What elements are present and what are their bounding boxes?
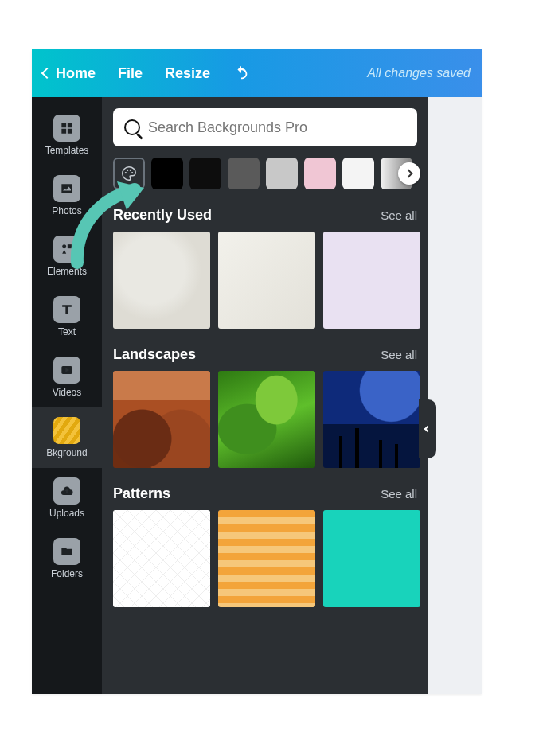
color-swatch-1[interactable] [151, 158, 183, 189]
sidebar-label: Photos [52, 205, 81, 216]
home-button[interactable]: Home [43, 65, 96, 82]
sidebar-item-text[interactable]: Text [32, 286, 102, 347]
sidebar-item-photos[interactable]: Photos [32, 166, 102, 226]
svg-point-6 [130, 170, 131, 171]
color-picker-button[interactable] [113, 158, 145, 189]
canvas-area[interactable] [428, 97, 482, 694]
section-head: Landscapes See all [113, 346, 417, 363]
section-head: Recently Used See all [113, 207, 417, 224]
thumb-row [113, 510, 417, 607]
sidebar-label: Folders [51, 568, 83, 579]
svg-rect-2 [68, 244, 72, 248]
videos-icon [53, 357, 80, 384]
thumb-pattern-2[interactable] [218, 510, 315, 607]
undo-icon [232, 64, 250, 83]
section-head: Patterns See all [113, 485, 417, 502]
topbar: Home File Resize All changes saved [32, 49, 482, 97]
sidebar-item-background[interactable]: Bkground [32, 407, 102, 468]
svg-point-0 [64, 185, 66, 188]
uploads-icon [53, 477, 80, 505]
panel-collapse-handle[interactable] [419, 399, 436, 458]
sidebar-item-folders[interactable]: Folders [32, 528, 102, 589]
color-swatch-row [113, 158, 417, 189]
sidebar-label: Templates [45, 145, 89, 156]
background-panel: Recently Used See all Landscapes See all [102, 97, 428, 694]
sidebar-label: Text [58, 326, 76, 337]
sidebar-item-videos[interactable]: Videos [32, 347, 102, 407]
chevron-left-icon [424, 426, 431, 432]
resize-menu[interactable]: Resize [165, 65, 210, 82]
sidebar: Templates Photos Elements Text [32, 97, 102, 694]
sidebar-item-elements[interactable]: Elements [32, 226, 102, 286]
svg-point-1 [62, 244, 66, 248]
color-swatch-5[interactable] [304, 158, 336, 189]
section-landscapes: Landscapes See all [113, 346, 417, 468]
elements-icon [53, 236, 80, 263]
see-all-landscapes[interactable]: See all [381, 348, 417, 361]
section-recently-used: Recently Used See all [113, 207, 417, 329]
undo-button[interactable] [232, 64, 250, 82]
app-window: Home File Resize All changes saved Templ… [32, 49, 482, 694]
sidebar-label: Videos [53, 387, 81, 398]
templates-icon [53, 115, 80, 142]
palette-icon [120, 165, 138, 182]
color-swatch-3[interactable] [228, 158, 260, 189]
search-bar[interactable] [113, 108, 417, 146]
sidebar-item-templates[interactable]: Templates [32, 105, 102, 166]
thumb-landscape-1[interactable] [113, 371, 210, 468]
section-patterns: Patterns See all [113, 485, 417, 607]
text-icon [53, 296, 80, 323]
thumb-landscape-3[interactable] [323, 371, 420, 468]
swatch-scroll-right[interactable] [398, 162, 420, 185]
file-menu[interactable]: File [118, 65, 143, 82]
color-swatch-6[interactable] [342, 158, 374, 189]
section-title: Patterns [113, 485, 170, 502]
folders-icon [53, 538, 80, 565]
thumb-pattern-3[interactable] [323, 510, 420, 607]
search-icon [124, 119, 140, 135]
background-icon [53, 417, 80, 444]
chevron-left-icon [41, 68, 53, 79]
see-all-patterns[interactable]: See all [381, 487, 417, 501]
section-title: Recently Used [113, 207, 212, 224]
thumb-pattern-1[interactable] [113, 510, 210, 607]
see-all-recent[interactable]: See all [381, 208, 417, 222]
svg-point-5 [127, 170, 128, 171]
svg-point-4 [125, 172, 127, 173]
thumb-recent-1[interactable] [113, 232, 210, 329]
thumb-row [113, 232, 417, 329]
autosave-status: All changes saved [367, 66, 471, 80]
color-swatch-4[interactable] [266, 158, 298, 189]
sidebar-label: Uploads [49, 508, 84, 519]
sidebar-label: Bkground [46, 447, 87, 458]
section-title: Landscapes [113, 346, 196, 363]
thumb-recent-2[interactable] [218, 232, 315, 329]
color-swatch-2[interactable] [189, 158, 221, 189]
sidebar-label: Elements [47, 266, 87, 277]
home-label: Home [56, 65, 96, 82]
sidebar-item-uploads[interactable]: Uploads [32, 468, 102, 528]
thumb-recent-3[interactable] [323, 232, 420, 329]
search-input[interactable] [148, 119, 406, 136]
svg-point-7 [131, 172, 133, 173]
thumb-landscape-2[interactable] [218, 371, 315, 468]
thumb-row [113, 371, 417, 468]
photos-icon [53, 175, 80, 202]
chevron-right-icon [404, 169, 412, 177]
workspace: Templates Photos Elements Text [32, 97, 482, 694]
